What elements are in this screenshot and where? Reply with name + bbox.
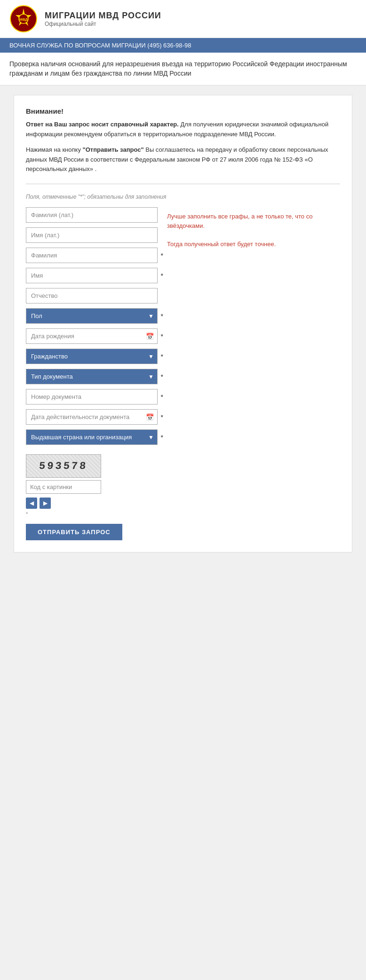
last-name-input[interactable]: [26, 248, 158, 263]
first-name-lat-field: [26, 227, 158, 243]
doc-type-field: Тип документа ▼ *: [26, 369, 158, 384]
last-name-lat-input[interactable]: [26, 207, 158, 223]
issuing-country-field: Выдавшая страна или организация ▼ *: [26, 429, 158, 445]
logo: МВД: [9, 5, 38, 33]
form-fields: * * Пол Мужской Же: [26, 207, 158, 540]
hint-text: Лучше заполнить все графы, а не только т…: [167, 212, 340, 249]
captcha-controls: ◀ ▶: [26, 498, 158, 509]
birth-date-input[interactable]: [26, 328, 158, 344]
page-title: Проверка наличия оснований для неразреше…: [0, 53, 366, 86]
warning-text-2: Нажимая на кнопку "Отправить запрос" Вы …: [26, 145, 340, 174]
doc-validity-field: 📅 *: [26, 409, 158, 425]
header-subtitle: Официальный сайт: [45, 21, 161, 27]
captcha-prev-button[interactable]: ◀: [26, 498, 37, 509]
gender-select-wrapper: Пол Мужской Женский ▼: [26, 308, 158, 324]
warning-btn-name: "Отправить запрос": [83, 146, 144, 153]
citizenship-field: Гражданство ▼ *: [26, 349, 158, 364]
issuing-country-select[interactable]: Выдавшая страна или организация: [26, 429, 158, 445]
captcha-next-button[interactable]: ▶: [40, 498, 51, 509]
fields-note: Поля, отмеченные "*"; обязательны для за…: [26, 194, 340, 200]
header: МВД МИГРАЦИИ МВД РОССИИ Официальный сайт: [0, 0, 366, 38]
citizenship-select[interactable]: Гражданство: [26, 349, 158, 364]
first-name-field: *: [26, 268, 158, 283]
warning-title: Внимание!: [26, 107, 340, 115]
warning-part1: Нажимая на кнопку: [26, 146, 83, 153]
doc-validity-wrapper: 📅: [26, 409, 158, 425]
hint-line2: Тогда полученный ответ будет точнее.: [167, 241, 276, 248]
doc-type-required: *: [161, 373, 163, 381]
citizenship-required: *: [161, 353, 163, 360]
gender-select[interactable]: Пол Мужской Женский: [26, 308, 158, 324]
topbar-text: ВОЧНАЯ СЛУЖБА ПО ВОПРОСАМ МИГРАЦИИ (495)…: [9, 42, 191, 49]
gender-required: *: [161, 312, 163, 320]
submit-button[interactable]: ОТПРАВИТЬ ЗАПРОС: [26, 524, 122, 540]
issuing-country-select-wrapper: Выдавшая страна или организация ▼: [26, 429, 158, 445]
doc-number-required: *: [161, 393, 163, 401]
citizenship-select-wrapper: Гражданство ▼: [26, 349, 158, 364]
first-name-required: *: [161, 272, 163, 280]
header-title: МИГРАЦИИ МВД РОССИИ: [45, 11, 161, 21]
topbar: ВОЧНАЯ СЛУЖБА ПО ВОПРОСАМ МИГРАЦИИ (495)…: [0, 38, 366, 53]
warning-text-1: Ответ на Ваш запрос носит справочный хар…: [26, 120, 340, 140]
page-title-text: Проверка наличия оснований для неразреше…: [9, 60, 347, 77]
doc-type-select[interactable]: Тип документа: [26, 369, 158, 384]
patronymic-field: [26, 288, 158, 303]
doc-validity-required: *: [161, 413, 163, 421]
first-name-lat-input[interactable]: [26, 227, 158, 243]
birth-date-required: *: [161, 333, 163, 340]
captcha-code: 593578: [39, 460, 88, 472]
birth-date-wrapper: 📅: [26, 328, 158, 344]
doc-validity-input[interactable]: [26, 409, 158, 425]
divider: [26, 184, 340, 184]
captcha-required-note: *: [26, 511, 158, 517]
last-name-required: *: [161, 252, 163, 259]
main-content: Внимание! Ответ на Ваш запрос носит спра…: [0, 86, 366, 562]
last-name-field: *: [26, 248, 158, 263]
doc-type-select-wrapper: Тип документа ▼: [26, 369, 158, 384]
form-hint: Лучше заполнить все графы, а не только т…: [167, 207, 340, 540]
doc-number-input[interactable]: [26, 389, 158, 404]
patronymic-input[interactable]: [26, 288, 158, 303]
warning-bold: Ответ на Ваш запрос носит справочный хар…: [26, 121, 179, 128]
captcha-section: 593578 ◀ ▶ *: [26, 454, 158, 517]
last-name-lat-field: [26, 207, 158, 223]
form-layout: * * Пол Мужской Же: [26, 207, 340, 540]
form-card: Внимание! Ответ на Ваш запрос носит спра…: [14, 95, 352, 552]
first-name-input[interactable]: [26, 268, 158, 283]
svg-text:МВД: МВД: [19, 17, 28, 22]
warning-box: Внимание! Ответ на Ваш запрос носит спра…: [26, 107, 340, 174]
hint-line1: Лучше заполнить все графы, а не только т…: [167, 213, 313, 229]
issuing-country-required: *: [161, 434, 163, 441]
captcha-input[interactable]: [26, 480, 101, 494]
header-text: МИГРАЦИИ МВД РОССИИ Официальный сайт: [45, 11, 161, 27]
birth-date-field: 📅 *: [26, 328, 158, 344]
captcha-image: 593578: [26, 454, 101, 478]
gender-field: Пол Мужской Женский ▼ *: [26, 308, 158, 324]
doc-number-field: *: [26, 389, 158, 404]
